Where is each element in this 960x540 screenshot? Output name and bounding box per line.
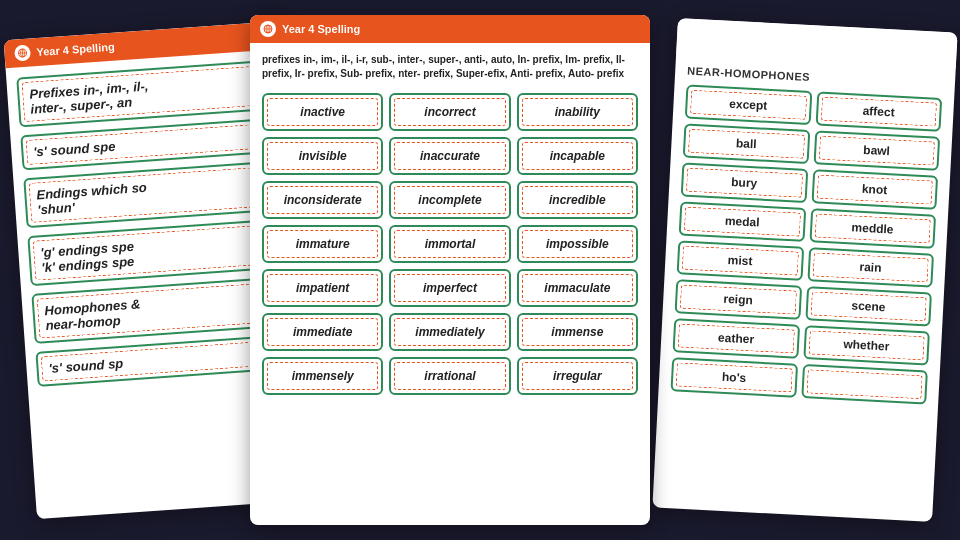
word-cell: immensely — [262, 357, 383, 395]
middle-page: Year 4 Spelling prefixes in-, im-, il-, … — [250, 15, 650, 525]
homophone-cell: affect — [815, 91, 942, 132]
right-page: NEAR-HOMOPHONES except affect ball bawl … — [652, 18, 957, 522]
word-cell: irregular — [517, 357, 638, 395]
word-cell: immaculate — [517, 269, 638, 307]
homophone-cell: knot — [811, 169, 938, 210]
word-cell: incomplete — [389, 181, 510, 219]
left-header-title: Year 4 Spelling — [36, 41, 115, 58]
homophone-cell: scene — [805, 286, 932, 327]
homophone-cell: eather — [673, 318, 800, 359]
middle-header: Year 4 Spelling — [250, 15, 650, 43]
word-cell: inconsiderate — [262, 181, 383, 219]
homophone-cell — [801, 364, 928, 405]
list-item: Prefixes in-, im-, il-,inter-, super-, a… — [16, 59, 279, 127]
word-cell: invisible — [262, 137, 383, 175]
word-cell: inability — [517, 93, 638, 131]
word-cell: incredible — [517, 181, 638, 219]
list-item: Endings which so'shun' — [23, 160, 286, 228]
homophone-cell: rain — [807, 247, 934, 288]
svg-line-2 — [22, 49, 23, 57]
globe-icon-middle — [260, 21, 276, 37]
homophone-cell: except — [685, 85, 812, 126]
homophone-cell: whether — [803, 325, 930, 366]
word-cell: impossible — [517, 225, 638, 263]
word-cell: impatient — [262, 269, 383, 307]
word-cell: incapable — [517, 137, 638, 175]
globe-icon — [14, 45, 31, 62]
middle-header-title: Year 4 Spelling — [282, 23, 360, 35]
word-cell: immediately — [389, 313, 510, 351]
word-cell: irrational — [389, 357, 510, 395]
word-cell: immediate — [262, 313, 383, 351]
word-cell: inaccurate — [389, 137, 510, 175]
homophone-cell: medal — [679, 201, 806, 242]
word-cell: incorrect — [389, 93, 510, 131]
homophone-cell: bawl — [813, 130, 940, 171]
word-cell: imperfect — [389, 269, 510, 307]
word-cell: inactive — [262, 93, 383, 131]
homophone-cell: ho's — [670, 357, 797, 398]
homophone-cell: bury — [681, 162, 808, 203]
word-grid: inactive incorrect inability invisible i… — [250, 87, 650, 405]
word-cell: immortal — [389, 225, 510, 263]
word-cell: immature — [262, 225, 383, 263]
subtitle-text: prefixes in-, im-, il-, i-r, sub-, inter… — [250, 43, 650, 87]
homophone-cell: ball — [683, 123, 810, 164]
homophones-grid: except affect ball bawl bury knot medal … — [670, 85, 942, 405]
right-page-body: NEAR-HOMOPHONES except affect ball bawl … — [658, 54, 956, 415]
word-cell: immense — [517, 313, 638, 351]
homophone-cell: reign — [675, 279, 802, 320]
homophone-cell: meddle — [809, 208, 936, 249]
homophone-cell: mist — [677, 240, 804, 281]
